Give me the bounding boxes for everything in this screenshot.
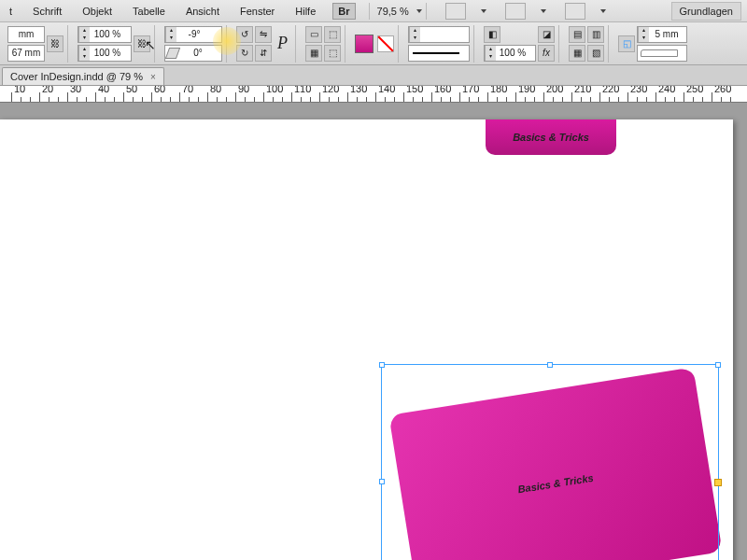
close-tab-icon[interactable]: × — [150, 72, 156, 82]
flip-h-icon[interactable]: ⇋ — [255, 26, 272, 43]
ruler-tick: 240 — [655, 92, 656, 102]
fx-icon[interactable]: fx — [538, 45, 555, 62]
menu-objekt[interactable]: Objekt — [78, 4, 116, 19]
wrap-jump-icon[interactable]: ▧ — [587, 45, 604, 62]
ruler-tick-label: 100 — [266, 86, 283, 94]
rotate-group: ▴▾ — [161, 25, 227, 63]
width-field[interactable] — [7, 26, 45, 43]
character-indicator-icon: P — [277, 34, 288, 53]
badge-text: Basics & Tricks — [513, 132, 589, 143]
ruler-tick-label: 170 — [462, 86, 479, 94]
ruler-tick-label: 20 — [42, 86, 53, 94]
document-tab[interactable]: Cover InDesign.indd @ 79 % × — [2, 67, 164, 85]
opacity-icon[interactable]: ◧ — [484, 26, 500, 43]
scale-group: ▴▾ ▴▾ ⛓ — [74, 25, 155, 63]
live-corner-handle[interactable] — [714, 479, 722, 486]
ruler-tick-label: 260 — [714, 86, 731, 94]
stroke-weight-field[interactable]: ▴▾ — [408, 26, 470, 43]
constrain-scale-icon[interactable]: ⛓ — [134, 35, 150, 52]
menu-tabelle[interactable]: Tabelle — [129, 4, 169, 19]
menu-ansicht[interactable]: Ansicht — [182, 4, 223, 19]
wrap-none-icon[interactable]: ▤ — [569, 26, 585, 43]
zoom-level[interactable]: 79,5 % — [369, 3, 427, 20]
ruler-tick-label: 60 — [154, 86, 165, 94]
rotate-cw-icon[interactable]: ↻ — [236, 45, 253, 62]
rotate-ccw-icon[interactable]: ↺ — [236, 26, 253, 43]
scale-y-field[interactable]: ▴▾ — [78, 45, 132, 62]
selection-handle[interactable] — [715, 362, 721, 368]
selection-handle[interactable] — [379, 479, 385, 484]
ruler-tick: 110 — [291, 92, 292, 102]
ruler-tick-label: 180 — [490, 86, 507, 94]
opacity-field[interactable]: ▴▾ — [484, 45, 536, 62]
fit-content-icon[interactable]: ⬚ — [324, 26, 341, 43]
ruler-tick: 250 — [684, 92, 684, 102]
ruler-tick: 20 — [39, 92, 40, 102]
ruler-tick: 220 — [599, 92, 600, 102]
ruler-tick-label: 70 — [182, 86, 193, 94]
horizontal-ruler[interactable]: 1020304050607080901001101201301401501601… — [0, 86, 747, 103]
dropdown-icon — [541, 9, 546, 13]
corner-options-icon[interactable]: ◱ — [618, 35, 635, 52]
ruler-tick-label: 150 — [406, 86, 423, 94]
ruler-tick-label: 190 — [518, 86, 535, 94]
ruler-tick: 60 — [151, 92, 152, 102]
ruler-tick-label: 210 — [574, 86, 591, 94]
menu-item[interactable]: t — [6, 4, 16, 19]
constrain-link-icon[interactable]: ⛓ — [47, 35, 63, 52]
selection-bounds — [381, 364, 719, 560]
ruler-tick-label: 200 — [546, 86, 563, 94]
ruler-tick: 170 — [459, 92, 460, 102]
workspace-switcher[interactable]: Grundlagen — [671, 2, 742, 21]
corner-shape-field[interactable] — [637, 45, 687, 62]
page[interactable]: Basics & Tricks Basics & Tricks — [0, 119, 733, 560]
ruler-tick-label: 50 — [126, 86, 137, 94]
size-group: ⛓ — [4, 25, 68, 63]
selection-handle[interactable] — [379, 362, 385, 368]
arrange-icon[interactable] — [565, 3, 585, 20]
screen-mode-icon[interactable] — [505, 3, 526, 20]
ruler-tick: 130 — [347, 92, 348, 102]
ruler-tick-label: 220 — [602, 86, 619, 94]
dropdown-icon — [600, 9, 606, 13]
menu-schrift[interactable]: Schrift — [29, 4, 65, 19]
ruler-tick: 30 — [67, 92, 68, 102]
fit-frame-icon[interactable]: ⬚ — [324, 45, 341, 62]
canvas-area[interactable]: Basics & Tricks Basics & Tricks — [0, 103, 747, 560]
ruler-tick: 210 — [571, 92, 572, 102]
select-content-icon[interactable]: ▦ — [305, 45, 322, 62]
ruler-tick-label: 90 — [238, 86, 249, 94]
scale-x-field[interactable]: ▴▾ — [78, 26, 132, 43]
ruler-tick: 190 — [515, 92, 516, 102]
ruler-tick-label: 110 — [294, 86, 311, 94]
document-tab-bar: Cover InDesign.indd @ 79 % × — [0, 65, 747, 86]
menu-hilfe[interactable]: Hilfe — [291, 4, 319, 19]
bridge-button[interactable]: Br — [332, 3, 355, 20]
ruler-tick: 200 — [543, 92, 544, 102]
height-field[interactable] — [7, 45, 45, 62]
wrap-around-icon[interactable]: ▦ — [569, 45, 585, 62]
rotate-flip-group: ↺↻ ⇋⇵ P — [233, 25, 296, 63]
drop-shadow-icon[interactable]: ◪ — [538, 26, 555, 43]
ruler-tick: 230 — [627, 92, 628, 102]
control-panel: ⛓ ▴▾ ▴▾ ⛓ ▴▾ ↺↻ ⇋⇵ P ▭▦ ⬚⬚ ▴▾ ◧▴▾ ◪fx — [0, 22, 747, 65]
fill-swatch[interactable] — [355, 35, 374, 53]
view-mode-icon[interactable] — [445, 3, 466, 20]
rotation-field[interactable]: ▴▾ — [164, 26, 222, 43]
ruler-tick: 160 — [431, 92, 432, 102]
wrap-bound-icon[interactable]: ▥ — [587, 26, 604, 43]
shear-field[interactable] — [164, 45, 222, 62]
stroke-group: ▴▾ — [404, 25, 474, 63]
corner-radius-field[interactable]: ▴▾ — [637, 26, 687, 43]
flip-v-icon[interactable]: ⇵ — [255, 45, 272, 62]
fill-stroke-group — [351, 25, 399, 63]
badge-shape[interactable]: Basics & Tricks — [486, 119, 616, 155]
ruler-tick-label: 140 — [378, 86, 395, 94]
no-stroke-icon[interactable] — [377, 35, 394, 52]
ruler-tick: 70 — [179, 92, 180, 102]
select-container-icon[interactable]: ▭ — [305, 26, 322, 43]
selection-handle[interactable] — [547, 362, 553, 368]
ruler-tick: 100 — [263, 92, 264, 102]
stroke-style-field[interactable] — [408, 45, 470, 62]
menu-fenster[interactable]: Fenster — [236, 4, 278, 19]
